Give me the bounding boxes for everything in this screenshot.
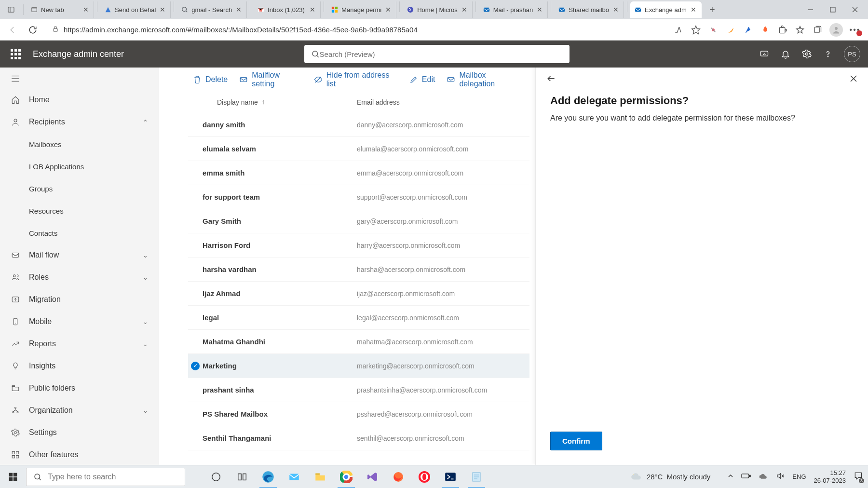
task-powershell[interactable] (439, 465, 462, 488)
col-display-name[interactable]: Display name ↑ (203, 98, 357, 106)
nav-mobile[interactable]: Mobile ⌄ (0, 311, 159, 333)
mailbox-row[interactable]: emma smith emma@acerscorp.onmicrosoft.co… (188, 161, 529, 185)
collections-icon[interactable] (812, 25, 823, 35)
tab-close-icon[interactable]: ✕ (309, 6, 316, 14)
tray-battery-icon[interactable] (741, 473, 751, 480)
hide-button[interactable]: Hide from address list (314, 71, 398, 88)
nav-insights[interactable]: Insights (0, 355, 159, 377)
tray-clock[interactable]: 15:27 26-07-2023 (814, 469, 846, 485)
nav-mailboxes[interactable]: Mailboxes (0, 133, 159, 155)
account-button[interactable]: PS (844, 46, 860, 62)
profile-avatar[interactable] (829, 23, 843, 37)
tab-close-icon[interactable]: ✕ (536, 6, 543, 14)
nav-reports[interactable]: Reports ⌄ (0, 333, 159, 355)
nav-recipients[interactable]: Recipients ⌃ (0, 111, 159, 133)
search-input[interactable] (320, 50, 563, 58)
nav-mail-flow[interactable]: Mail flow ⌄ (0, 244, 159, 266)
panel-back-button[interactable] (546, 74, 556, 85)
delegation-button[interactable]: Mailbox delegation (447, 71, 521, 88)
ext-icon-1[interactable] (708, 25, 719, 35)
nav-lob-applications[interactable]: LOB Applications (0, 155, 159, 177)
nav-migration[interactable]: Migration (0, 288, 159, 311)
mailbox-row[interactable]: Ijaz Ahmad ijaz@acerscorp.onmicrosoft.co… (188, 282, 529, 306)
more-button[interactable]: ••• (850, 25, 860, 35)
notifications-icon[interactable] (780, 49, 791, 59)
browser-tab[interactable]: Home | Micros ✕ (403, 1, 473, 18)
tab-close-icon[interactable]: ✕ (384, 6, 392, 14)
tray-chevron-icon[interactable] (728, 473, 733, 480)
task-vs[interactable] (361, 465, 384, 488)
mailbox-row[interactable]: Harrison Ford harry@acerscorp.onmicrosof… (188, 233, 529, 258)
tab-close-icon[interactable]: ✕ (690, 6, 697, 14)
browser-tab[interactable]: Manage permi ✕ (327, 1, 396, 18)
task-mail[interactable] (283, 465, 306, 488)
mailbox-row[interactable]: PS Shared Mailbox psshared@acerscorp.onm… (188, 402, 529, 426)
task-cortana[interactable] (204, 465, 228, 488)
delete-button[interactable]: Delete (193, 75, 228, 84)
extensions-icon[interactable] (777, 25, 788, 35)
browser-tab[interactable]: gmail - Search ✕ (177, 1, 247, 18)
confirm-button[interactable]: Confirm (550, 432, 602, 450)
maximize-button[interactable] (822, 1, 844, 18)
panel-close-button[interactable] (850, 75, 857, 85)
new-tab-button[interactable]: + (705, 2, 720, 17)
url-field[interactable]: https://admin.exchange.microsoft.com/#/m… (45, 22, 668, 38)
task-edge[interactable] (257, 465, 280, 488)
mailbox-row[interactable]: for support team support@acerscorp.onmic… (188, 185, 529, 209)
tab-close-icon[interactable]: ✕ (159, 6, 166, 14)
mailbox-row[interactable]: danny smith danny@acerscorp.onmicrosoft.… (188, 113, 529, 137)
mailbox-row[interactable]: Mahatma Ghandhi mahatma@acerscorp.onmicr… (188, 330, 529, 354)
read-aloud-icon[interactable] (673, 25, 684, 35)
row-checkbox[interactable]: ✓ (188, 362, 203, 370)
tray-lang[interactable]: ENG (792, 473, 806, 480)
nav-resources[interactable]: Resources (0, 200, 159, 222)
nav-settings[interactable]: Settings (0, 421, 159, 444)
browser-tab[interactable]: Mail - prashan ✕ (479, 1, 548, 18)
refresh-button[interactable] (25, 22, 41, 38)
nav-other-features[interactable]: Other features (0, 444, 159, 466)
mailbox-row[interactable]: legal legal@acerscorp.onmicrosoft.com (188, 306, 529, 330)
global-search[interactable] (304, 45, 570, 63)
browser-tab[interactable]: Shared mailbo ✕ (554, 1, 624, 18)
task-notepad[interactable] (465, 465, 488, 488)
tab-close-icon[interactable]: ✕ (461, 6, 468, 14)
collapse-nav-button[interactable] (0, 70, 159, 89)
tray-notifications-icon[interactable]: 3 (854, 471, 863, 482)
mailbox-row[interactable]: harsha vardhan harsha@acerscorp.onmicros… (188, 258, 529, 282)
tab-close-icon[interactable]: ✕ (82, 6, 90, 14)
tray-onedrive-icon[interactable] (759, 473, 768, 481)
mailbox-row[interactable]: Senthil Thangamani senthil@acerscorp.onm… (188, 426, 529, 450)
weather-widget[interactable]: 28°C Mostly cloudy (630, 471, 710, 483)
tab-close-icon[interactable]: ✕ (612, 6, 620, 14)
taskbar-search[interactable]: Type here to search (26, 468, 185, 486)
task-firefox[interactable] (387, 465, 410, 488)
tab-actions-button[interactable] (4, 2, 18, 17)
settings-icon[interactable] (801, 49, 812, 59)
nav-home[interactable]: Home (0, 89, 159, 111)
favorite-icon[interactable] (691, 25, 701, 35)
favorites-button[interactable] (795, 25, 805, 35)
app-launcher-icon[interactable] (8, 46, 23, 62)
nav-roles[interactable]: Roles ⌄ (0, 266, 159, 288)
ext-icon-4[interactable] (760, 25, 771, 35)
close-window-button[interactable] (844, 1, 866, 18)
mailbox-row[interactable]: ✓ Marketing marketing@acerscorp.onmicros… (188, 354, 529, 378)
browser-tab[interactable]: Exchange adm ✕ (630, 1, 702, 18)
nav-groups[interactable]: Groups (0, 177, 159, 200)
mailbox-row[interactable]: Gary Smith gary@acerscorp.onmicrosoft.co… (188, 209, 529, 233)
nav-public-folders[interactable]: Public folders (0, 377, 159, 399)
minimize-button[interactable] (800, 1, 822, 18)
tray-volume-icon[interactable] (776, 472, 785, 482)
tab-close-icon[interactable]: ✕ (235, 6, 243, 14)
task-explorer[interactable] (309, 465, 332, 488)
back-button[interactable] (5, 22, 20, 38)
start-button[interactable] (0, 465, 26, 488)
col-email[interactable]: Email address (357, 98, 529, 106)
task-chrome[interactable] (335, 465, 358, 488)
edit-button[interactable]: Edit (409, 75, 435, 84)
task-taskview[interactable] (231, 465, 254, 488)
ext-icon-3[interactable] (743, 25, 753, 35)
browser-tab[interactable]: Send on Behal ✕ (100, 1, 171, 18)
ext-icon-2[interactable] (725, 25, 736, 35)
nav-organization[interactable]: Organization ⌄ (0, 399, 159, 421)
